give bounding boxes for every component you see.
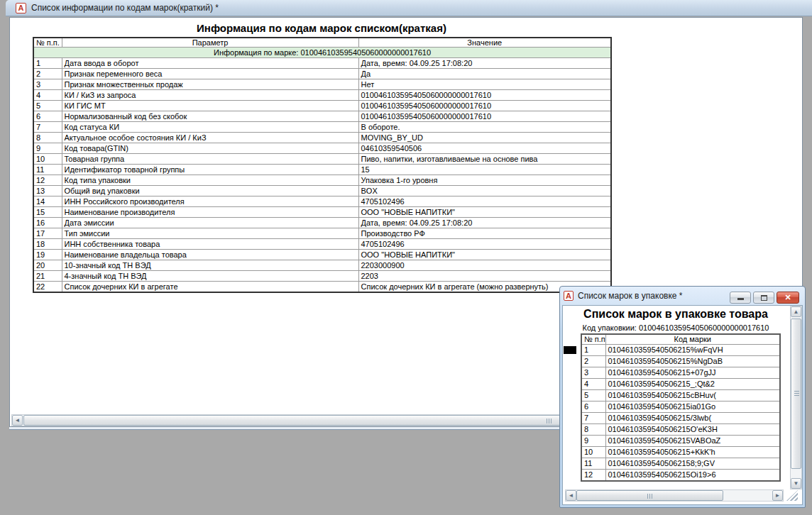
row-number: 11 xyxy=(581,458,605,469)
row-value[interactable]: ООО "НОВЫЕ НАПИТКИ" xyxy=(358,207,611,218)
row-parameter: Дата эмиссии xyxy=(62,218,358,228)
row-value[interactable]: Нет xyxy=(358,79,611,90)
row-parameter: Код статуса КИ xyxy=(62,122,358,133)
row-value[interactable]: 04610359540506 xyxy=(358,143,611,154)
scroll-down-icon[interactable]: ▼ xyxy=(791,478,801,489)
table-row[interactable]: 4 0104610359540506215_;Qt&2 xyxy=(581,378,780,389)
table-row[interactable]: 1 Дата ввода в оборот Дата, время: 04.09… xyxy=(33,58,611,69)
scroll-left-icon[interactable]: ◄ xyxy=(566,490,576,501)
row-value[interactable]: Упаковка 1-го уровня xyxy=(358,175,611,186)
table-row[interactable]: 16 Дата эмиссии Дата, время: 04.09.25 17… xyxy=(33,218,611,228)
row-value[interactable]: 4705102496 xyxy=(358,239,611,250)
table-row[interactable]: 10 Товарная группа Пиво, напитки, изгота… xyxy=(33,154,611,165)
table-row[interactable]: 8 0104610359540506215O'eK3H xyxy=(581,423,780,435)
info-table: № п.п. Параметр Значение Информация по м… xyxy=(33,37,612,293)
table-row[interactable]: 5 0104610359540506215cBHuv( xyxy=(581,389,780,401)
row-number: 19 xyxy=(33,250,62,260)
row-value[interactable]: 010046103595405060000000017610 xyxy=(358,111,611,122)
row-number: 8 xyxy=(581,423,605,435)
col-header-num: № п.п. xyxy=(33,38,62,48)
table-row[interactable]: 7 Код статуса КИ В обороте. xyxy=(33,122,611,133)
table-row[interactable]: 3 Признак множественных продаж Нет xyxy=(33,79,611,90)
row-number: 3 xyxy=(33,79,62,90)
row-parameter: Нормализованный код без скобок xyxy=(62,111,358,122)
row-value[interactable]: 010046103595405060000000017610 xyxy=(358,101,611,111)
info-banner: Информация по марке: 0100461035954050600… xyxy=(33,48,611,58)
row-mark-code: 0104610359540506215VABOaZ xyxy=(605,435,780,446)
row-value[interactable]: В обороте. xyxy=(358,122,611,133)
main-window-titlebar[interactable]: A Список информации по кодам марок(кратк… xyxy=(6,0,812,16)
table-row[interactable]: 8 Актуальное особое состояния КИ / КиЗ M… xyxy=(33,133,611,143)
row-number: 3 xyxy=(581,367,605,378)
info-banner-row: Информация по марке: 0100461035954050600… xyxy=(33,48,611,58)
row-mark-code: 0104610359540506215+KkK'h xyxy=(605,446,780,458)
row-value[interactable]: BOX xyxy=(358,186,611,196)
row-number: 1 xyxy=(33,58,62,69)
scroll-up-icon[interactable]: ▲ xyxy=(791,306,801,317)
selected-row-marker[interactable] xyxy=(563,345,577,355)
table-row[interactable]: 9 0104610359540506215VABOaZ xyxy=(581,435,780,446)
table-row[interactable]: 11 01046103595405062158;9;GV xyxy=(581,458,780,469)
row-value[interactable]: MOVING_BY_UD xyxy=(358,133,611,143)
row-number: 13 xyxy=(33,186,62,196)
scroll-left-icon[interactable]: ◄ xyxy=(12,415,23,426)
popup-vscrollbar-thumb[interactable] xyxy=(791,319,801,469)
row-parameter: Идентификатор товарной группы xyxy=(62,165,358,175)
table-row[interactable]: 15 Наименование производителя ООО "НОВЫЕ… xyxy=(33,207,611,218)
row-number: 15 xyxy=(33,207,62,218)
table-row[interactable]: 12 0104610359540506215Oi19>6 xyxy=(581,469,780,481)
close-button[interactable]: ✕ xyxy=(777,292,799,304)
minimize-button[interactable] xyxy=(730,292,751,304)
app-icon[interactable]: A xyxy=(16,3,26,13)
row-number: 10 xyxy=(581,446,605,458)
table-row[interactable]: 11 Идентификатор товарной группы 15 xyxy=(33,165,611,175)
table-row[interactable]: 18 ИНН собственника товара 4705102496 xyxy=(33,239,611,250)
table-row[interactable]: 14 ИНН Российского производителя 4705102… xyxy=(33,196,611,207)
table-row[interactable]: 21 4-значный код ТН ВЭД 2203 xyxy=(33,271,611,282)
table-row[interactable]: 2 0104610359540506215%NgDaB xyxy=(581,355,780,367)
table-row[interactable]: 6 0104610359540506215ia01Go xyxy=(581,401,780,412)
row-value[interactable]: 2203000900 xyxy=(358,260,611,271)
row-parameter: Наименование производителя xyxy=(62,207,358,218)
row-value[interactable]: Дата, время: 04.09.25 17:08:20 xyxy=(358,218,611,228)
row-number: 16 xyxy=(33,218,62,228)
row-parameter: КИ ГИС МТ xyxy=(62,101,358,111)
table-row[interactable]: 22 Список дочерних КИ в агрегате Список … xyxy=(33,282,611,293)
row-value[interactable]: 15 xyxy=(358,165,611,175)
app-icon[interactable]: A xyxy=(564,291,574,301)
scroll-right-icon[interactable]: ► xyxy=(772,490,783,501)
table-row[interactable]: 3 0104610359540506215+07gJJ xyxy=(581,367,780,378)
row-value[interactable]: 2203 xyxy=(358,271,611,282)
popup-hscrollbar-thumb[interactable] xyxy=(576,490,723,501)
table-row[interactable]: 13 Общий вид упаковки BOX xyxy=(33,186,611,196)
table-row[interactable]: 9 Код товара(GTIN) 04610359540506 xyxy=(33,143,611,154)
row-number: 9 xyxy=(33,143,62,154)
row-value[interactable]: Дата, время: 04.09.25 17:08:20 xyxy=(358,58,611,69)
row-number: 1 xyxy=(581,344,605,355)
row-value[interactable]: Да xyxy=(358,69,611,79)
table-row[interactable]: 1 0104610359540506215%wFqVH xyxy=(581,344,780,355)
row-number: 12 xyxy=(581,469,605,481)
row-value[interactable]: 4705102496 xyxy=(358,196,611,207)
table-row[interactable]: 17 Тип эмиссии Производство РФ xyxy=(33,228,611,239)
table-row[interactable]: 4 КИ / КиЗ из запроса 010046103595405060… xyxy=(33,90,611,101)
table-row[interactable]: 5 КИ ГИС МТ 0100461035954050600000000176… xyxy=(33,101,611,111)
row-value[interactable]: ООО "НОВЫЕ НАПИТКИ" xyxy=(358,250,611,260)
table-row[interactable]: 19 Наименование владельца товара ООО "НО… xyxy=(33,250,611,260)
table-row[interactable]: 7 0104610359540506215/3lwb( xyxy=(581,412,780,423)
table-row[interactable]: 20 10-значный код ТН ВЭД 2203000900 xyxy=(33,260,611,271)
table-row[interactable]: 12 Код типа упаковки Упаковка 1-го уровн… xyxy=(33,175,611,186)
restore-button[interactable] xyxy=(753,292,774,304)
table-row[interactable]: 6 Нормализованный код без скобок 0100461… xyxy=(33,111,611,122)
popup-vertical-scrollbar[interactable]: ▲ ▼ xyxy=(790,306,802,489)
row-number: 14 xyxy=(33,196,62,207)
row-value[interactable]: Производство РФ xyxy=(358,228,611,239)
table-row[interactable]: 2 Признак переменного веса Да xyxy=(33,69,611,79)
row-parameter: 10-значный код ТН ВЭД xyxy=(62,260,358,271)
popup-horizontal-scrollbar[interactable]: ◄ ► xyxy=(565,489,784,502)
row-value[interactable]: 010046103595405060000000017610 xyxy=(358,90,611,101)
row-mark-code: 0104610359540506215/3lwb( xyxy=(605,412,780,423)
table-row[interactable]: 10 0104610359540506215+KkK'h xyxy=(581,446,780,458)
row-number: 2 xyxy=(33,69,62,79)
row-value[interactable]: Пиво, напитки, изготавливаемые на основе… xyxy=(358,154,611,165)
